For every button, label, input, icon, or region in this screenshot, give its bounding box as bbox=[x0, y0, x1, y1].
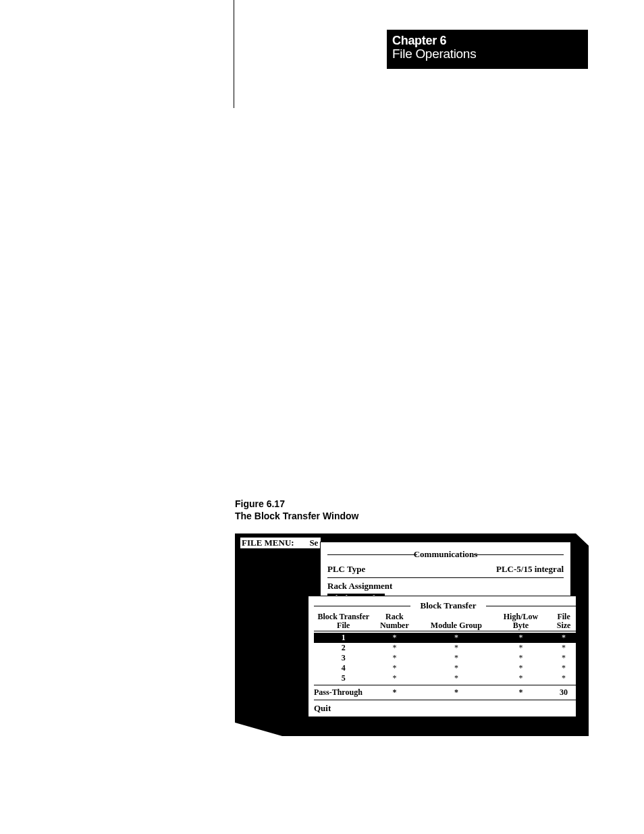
table-row[interactable]: 1**** bbox=[314, 633, 583, 643]
cell: * bbox=[545, 653, 583, 663]
plc-type-label: PLC Type bbox=[327, 564, 365, 575]
pass-through-size: 30 bbox=[545, 687, 583, 698]
block-transfer-header-row: Block Transfer File Rack Number Module G… bbox=[314, 613, 583, 629]
cell: * bbox=[416, 673, 496, 683]
cell: * bbox=[545, 643, 583, 653]
app-window: FILE MENU: Se Communications PLC Type PL… bbox=[235, 533, 576, 723]
figure-window: FILE MENU: Se Communications PLC Type PL… bbox=[235, 533, 589, 736]
cell: * bbox=[373, 663, 417, 673]
page-header: Chapter 6 File Operations bbox=[387, 30, 588, 69]
col-header-module-group: Module Group bbox=[431, 621, 482, 630]
col-header-size: Size bbox=[557, 621, 571, 630]
pass-through-module-group: * bbox=[416, 687, 496, 698]
cell: 3 bbox=[314, 653, 373, 663]
figure-number: Figure 6.17 bbox=[235, 498, 358, 511]
table-row[interactable]: 3**** bbox=[314, 653, 583, 663]
col-header-byte: Byte bbox=[513, 621, 529, 630]
cell: 4 bbox=[314, 663, 373, 673]
file-menu-truncated: Se bbox=[309, 538, 318, 548]
cell: * bbox=[497, 663, 545, 673]
cell: * bbox=[497, 643, 545, 653]
pass-through-label: Pass-Through bbox=[314, 687, 373, 698]
cell: * bbox=[373, 633, 417, 643]
cell: 2 bbox=[314, 643, 373, 653]
cell: * bbox=[545, 673, 583, 683]
quit-item[interactable]: Quit bbox=[314, 702, 583, 714]
figure-title: The Block Transfer Window bbox=[235, 511, 358, 523]
rack-assignment-label: Rack Assignment bbox=[327, 581, 564, 592]
figure-caption: Figure 6.17 The Block Transfer Window bbox=[235, 498, 358, 522]
cell: * bbox=[497, 653, 545, 663]
cell: 5 bbox=[314, 673, 373, 683]
cell: * bbox=[373, 653, 417, 663]
table-row[interactable]: 2**** bbox=[314, 643, 583, 653]
communications-group-title: Communications bbox=[327, 549, 564, 560]
cell: * bbox=[545, 633, 583, 643]
cell: * bbox=[416, 633, 496, 643]
pass-through-rack: * bbox=[373, 687, 417, 698]
col-header-file: File bbox=[337, 621, 350, 630]
file-menu-bar: FILE MENU: Se bbox=[240, 538, 321, 548]
cell: * bbox=[416, 663, 496, 673]
chapter-label: Chapter 6 bbox=[392, 34, 583, 48]
chapter-title: File Operations bbox=[392, 47, 583, 61]
block-transfer-panel: Block Transfer Block Transfer File Rack … bbox=[308, 596, 589, 717]
block-transfer-rows: 1****2****3****4****5**** bbox=[314, 633, 583, 683]
pass-through-highlow: * bbox=[497, 687, 545, 698]
cell: * bbox=[545, 663, 583, 673]
cell: * bbox=[497, 633, 545, 643]
cell: * bbox=[416, 653, 496, 663]
cell: 1 bbox=[314, 633, 373, 643]
cell: * bbox=[497, 673, 545, 683]
plc-type-value: PLC-5/15 integral bbox=[496, 564, 564, 575]
table-row[interactable]: 4**** bbox=[314, 663, 583, 673]
vertical-divider bbox=[234, 0, 234, 108]
pass-through-row[interactable]: Pass-Through * * * 30 bbox=[314, 687, 583, 698]
col-header-number: Number bbox=[380, 621, 409, 630]
file-menu-label: FILE MENU: bbox=[242, 538, 294, 548]
cell: * bbox=[416, 643, 496, 653]
table-row[interactable]: 5**** bbox=[314, 673, 583, 683]
cell: * bbox=[373, 643, 417, 653]
cell: * bbox=[373, 673, 417, 683]
block-transfer-group-title: Block Transfer bbox=[314, 600, 583, 611]
